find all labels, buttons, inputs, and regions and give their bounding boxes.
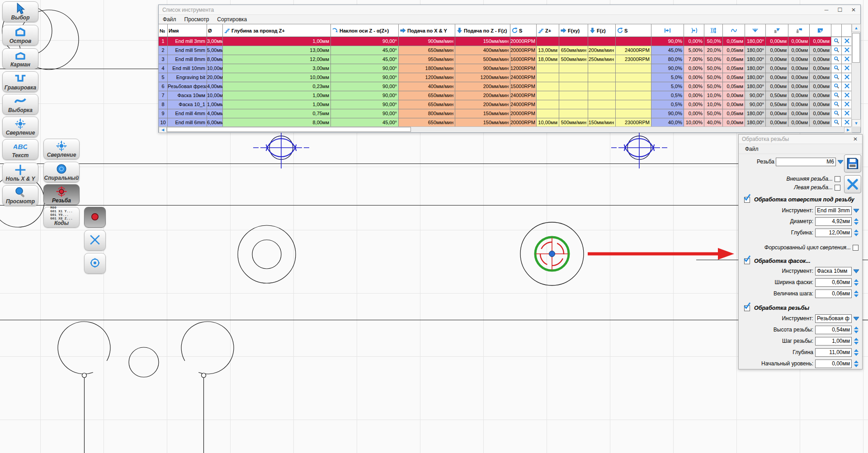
cell[interactable]: 0,00мм bbox=[766, 118, 788, 127]
cell[interactable]: 0,00% bbox=[684, 100, 704, 109]
cell[interactable]: 400мм/мин bbox=[455, 46, 510, 55]
cell[interactable]: 0,00% bbox=[684, 109, 704, 118]
toolbar-button-red-dot-icon[interactable] bbox=[84, 207, 106, 228]
cell[interactable]: 180,00° bbox=[745, 82, 766, 91]
column-header-corner-radius-icon[interactable] bbox=[810, 24, 831, 37]
cell[interactable] bbox=[616, 100, 651, 109]
delete-tool-icon[interactable] bbox=[842, 82, 852, 91]
spinner-icon[interactable] bbox=[853, 279, 860, 286]
toolbar-button-выборка[interactable]: Выборка bbox=[2, 94, 38, 115]
checkbox[interactable] bbox=[835, 185, 840, 191]
cell[interactable]: 23000RPM bbox=[616, 55, 651, 64]
cell[interactable] bbox=[559, 37, 588, 46]
cell[interactable]: 650мм/мин bbox=[559, 46, 588, 55]
cell[interactable]: 0,00мм bbox=[810, 73, 831, 82]
cell[interactable]: 0,00мм bbox=[810, 37, 831, 46]
cell[interactable]: 90,00° bbox=[331, 82, 399, 91]
cell[interactable]: 45,00° bbox=[331, 118, 399, 127]
cell[interactable]: 0,5% bbox=[651, 91, 684, 100]
checkbox[interactable] bbox=[744, 305, 750, 311]
cell[interactable]: 200мм/мин bbox=[588, 46, 616, 55]
cell[interactable]: 180,00° bbox=[745, 55, 766, 64]
cell[interactable]: 4,00мм bbox=[207, 109, 223, 118]
cell[interactable]: 13,00мм bbox=[223, 46, 331, 55]
tool-row-фаска-10-1[interactable]: 8Фаска 10_11,00мм1,00мм90,00°650мм/мин20… bbox=[159, 100, 852, 109]
cell[interactable]: 0,00мм bbox=[723, 118, 745, 127]
cell[interactable]: 180,00° bbox=[745, 37, 766, 46]
cell[interactable]: 900мм/мин bbox=[399, 37, 455, 46]
cell[interactable]: 650мм/мин bbox=[399, 100, 455, 109]
cell[interactable]: 13,00мм bbox=[537, 46, 559, 55]
cell[interactable]: 90,00° bbox=[745, 91, 766, 100]
cell[interactable]: 8 bbox=[159, 100, 168, 109]
cell[interactable] bbox=[616, 64, 651, 73]
column-header-S[interactable]: S bbox=[616, 24, 651, 37]
value-input[interactable]: 4,92мм bbox=[815, 217, 852, 226]
column-header-Наклон оси Z - α(Z+)[interactable]: Наклон оси Z - α(Z+) bbox=[331, 24, 399, 37]
chevron-down-icon[interactable] bbox=[837, 158, 844, 166]
cell[interactable]: 150мм/мин bbox=[455, 37, 510, 46]
tool-row-engraving-bit[interactable]: 5Engraving bit20,00мм10,00мм90,00°1200мм… bbox=[159, 73, 852, 82]
cell[interactable]: 10 bbox=[159, 118, 168, 127]
cell[interactable]: 90,00° bbox=[331, 100, 399, 109]
cell[interactable]: 0,00мм bbox=[810, 64, 831, 73]
cell[interactable]: 5,00мм bbox=[207, 46, 223, 55]
cell[interactable]: 90,0% bbox=[651, 109, 684, 118]
column-header-paren-arrow-icon[interactable] bbox=[684, 24, 704, 37]
column-header-wave-icon[interactable] bbox=[723, 24, 745, 37]
cell[interactable]: 0,00мм bbox=[810, 109, 831, 118]
delete-tool-icon[interactable] bbox=[842, 100, 852, 109]
cell[interactable]: 650мм/мин bbox=[399, 46, 455, 55]
cell[interactable]: 20,00мм bbox=[207, 73, 223, 82]
value-input[interactable]: 11,00мм bbox=[815, 348, 852, 357]
value-input[interactable]: 0,54мм bbox=[815, 326, 852, 334]
cell[interactable]: 0,00мм bbox=[766, 82, 788, 91]
menu-item-1[interactable]: Просмотр bbox=[180, 16, 213, 23]
delete-tool-icon[interactable] bbox=[842, 91, 852, 100]
cell[interactable]: 0,05мм bbox=[723, 109, 745, 118]
cell[interactable]: 16000RPM bbox=[510, 55, 537, 64]
column-header-Имя[interactable]: Имя bbox=[168, 24, 207, 37]
cell[interactable]: 0,00мм bbox=[788, 46, 810, 55]
cell[interactable]: 0,00мм bbox=[766, 109, 788, 118]
tool-combo[interactable]: End mill 3mm bbox=[815, 206, 852, 215]
toolbar-button-cross-marker-icon[interactable] bbox=[84, 230, 106, 251]
cell[interactable]: 10,00мм bbox=[537, 118, 559, 127]
toolbar-button-сверление[interactable]: Сверление bbox=[2, 117, 38, 137]
cell[interactable]: 90,0% bbox=[651, 37, 684, 46]
cell[interactable] bbox=[616, 37, 651, 46]
spinner-icon[interactable] bbox=[853, 349, 860, 356]
cell[interactable]: 1200мм/мин bbox=[399, 73, 455, 82]
column-header-21[interactable] bbox=[842, 24, 852, 37]
cell[interactable] bbox=[537, 37, 559, 46]
cell[interactable]: 0,05мм bbox=[723, 73, 745, 82]
cell[interactable]: 50,0% bbox=[704, 82, 723, 91]
magnifier-icon[interactable] bbox=[831, 118, 842, 127]
cell[interactable]: 1200мм/мин bbox=[455, 73, 510, 82]
toolbar-button-bolt-circle-icon[interactable] bbox=[84, 253, 106, 274]
cell[interactable]: 0,50мм bbox=[766, 91, 788, 100]
tool-row-end-mill-4mm[interactable]: 9End mill 4mm4,00мм0,75мм90,00°800мм/мин… bbox=[159, 109, 852, 118]
cell[interactable]: 20000RPM bbox=[510, 37, 537, 46]
magnifier-icon[interactable] bbox=[831, 55, 842, 64]
cell[interactable]: 90,00° bbox=[331, 91, 399, 100]
cell[interactable] bbox=[588, 73, 616, 82]
thread-size-input[interactable]: M6 bbox=[776, 158, 836, 166]
chevron-down-icon[interactable] bbox=[853, 207, 860, 215]
cell[interactable] bbox=[537, 64, 559, 73]
cell[interactable]: 3 bbox=[159, 55, 168, 64]
cell[interactable]: 0,00мм bbox=[788, 82, 810, 91]
cell[interactable]: 0,00мм bbox=[766, 55, 788, 64]
cell[interactable]: 150мм/мин bbox=[588, 118, 616, 127]
cell[interactable]: 0,00мм bbox=[810, 91, 831, 100]
cell[interactable] bbox=[616, 109, 651, 118]
cell[interactable]: 7,00% bbox=[684, 55, 704, 64]
cell[interactable]: End mill 5mm bbox=[168, 46, 207, 55]
delete-tool-icon[interactable] bbox=[842, 118, 852, 127]
cell[interactable] bbox=[588, 100, 616, 109]
magnifier-icon[interactable] bbox=[831, 46, 842, 55]
tool-row-end-mill-5mm[interactable]: 2End mill 5mm5,00мм13,00мм45,00°650мм/ми… bbox=[159, 46, 852, 55]
cell[interactable]: 5 bbox=[159, 73, 168, 82]
column-header-chamfer-mill-icon[interactable] bbox=[766, 24, 788, 37]
spinner-icon[interactable] bbox=[853, 290, 860, 298]
